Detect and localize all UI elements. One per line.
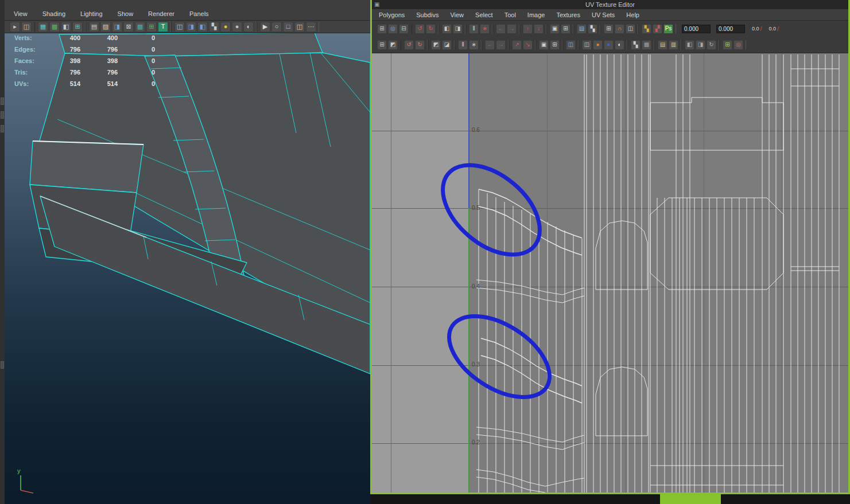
- align-u-max-icon[interactable]: →: [507, 24, 517, 34]
- rotate-angle-cw-button[interactable]: 0.0/: [769, 25, 779, 32]
- rotate-uvs-cw-icon[interactable]: ↻: [426, 24, 436, 34]
- alpha-channel-icon[interactable]: ◐: [615, 40, 624, 50]
- rotate-uvs-ccw-icon[interactable]: ↺: [415, 24, 425, 34]
- shaded-sphere-icon[interactable]: ◐: [243, 22, 254, 32]
- uv-menu-select[interactable]: Select: [475, 11, 493, 18]
- toolbox-partial-icon[interactable]: [1, 361, 4, 369]
- paste-v-icon[interactable]: ◨: [696, 40, 705, 50]
- history-on-icon[interactable]: ▩: [135, 22, 145, 32]
- grid-toggle-icon[interactable]: ⊞: [723, 40, 732, 50]
- relax-uvs-icon[interactable]: ∗: [469, 40, 479, 50]
- uv-snapshot-icon[interactable]: ◎: [733, 40, 743, 50]
- render-view-icon[interactable]: ⊞: [146, 22, 157, 32]
- checker-display-icon[interactable]: ▚: [642, 24, 651, 34]
- texture-borders-icon[interactable]: ▩: [642, 40, 651, 50]
- image-range-icon[interactable]: ◫: [566, 40, 576, 50]
- magnet-snap-icon[interactable]: ∩: [615, 24, 624, 34]
- node-editor-icon[interactable]: ◫: [294, 22, 305, 32]
- viewport-menu-lighting[interactable]: Lighting: [80, 10, 103, 17]
- move-shell-right-icon[interactable]: →: [496, 40, 506, 50]
- snap-to-grid-icon[interactable]: ⊞: [72, 22, 83, 32]
- paint-effects-icon[interactable]: ▚: [209, 22, 219, 32]
- pixel-snap-icon[interactable]: ⊞: [604, 24, 614, 34]
- flip-shell-u-icon[interactable]: ◩: [431, 40, 441, 50]
- snap-together-icon[interactable]: ↗: [512, 40, 522, 50]
- paste-u-icon[interactable]: ◧: [685, 40, 694, 50]
- uv-canvas[interactable]: 0.60.50.40.30.2: [372, 53, 848, 493]
- red-channel-icon[interactable]: ●: [593, 40, 603, 50]
- rotate-shell-cw-icon[interactable]: ↻: [415, 40, 425, 50]
- alpha-display-icon[interactable]: ▞: [653, 24, 662, 34]
- flip-v-icon[interactable]: ◨: [453, 24, 463, 34]
- render-current-icon[interactable]: ◫: [174, 22, 185, 32]
- shell-stack-icon[interactable]: ◫: [582, 40, 592, 50]
- uv-menu-image[interactable]: Image: [527, 11, 545, 18]
- flip-shell-v-icon[interactable]: ◪: [442, 40, 452, 50]
- checker-map-icon[interactable]: ▚: [631, 40, 641, 50]
- v-coordinate-field[interactable]: 0.000: [716, 25, 745, 33]
- snap-to-point-icon[interactable]: ▨: [100, 22, 111, 32]
- viewport-menu-show[interactable]: Show: [118, 10, 134, 17]
- translate-manip-icon[interactable]: □: [283, 22, 293, 32]
- grid-uvs-icon[interactable]: ⊞: [561, 24, 570, 34]
- toolbox-partial-icon[interactable]: [1, 111, 4, 119]
- copy-uvs-icon[interactable]: ▤: [658, 40, 667, 50]
- connections-icon[interactable]: ⋯: [306, 22, 316, 32]
- selection-mode-icon[interactable]: ◫: [21, 22, 32, 32]
- rotate-angle-ccw-button[interactable]: 0.0/: [752, 25, 762, 32]
- snap-stack-icon[interactable]: ↘: [523, 40, 533, 50]
- move-shell-left-icon[interactable]: ←: [485, 40, 495, 50]
- blue-channel-icon[interactable]: ●: [604, 40, 614, 50]
- uv-texture-editor-window[interactable]: ▣ UV Texture Editor PolygonsSubdivsViewS…: [370, 0, 850, 494]
- move-uv-shell-tool-icon[interactable]: ◎: [388, 24, 398, 34]
- viewport-panel[interactable]: ViewShadingLightingShowRendererPanels ▸◫…: [0, 0, 370, 504]
- texture-editor-icon[interactable]: T: [158, 22, 168, 32]
- uv-select-shell-icon[interactable]: ◩: [388, 40, 398, 50]
- uv-menu-subdivs[interactable]: Subdivs: [416, 11, 438, 18]
- snap-to-plane-icon[interactable]: ◨: [112, 22, 122, 32]
- uv-menu-tool[interactable]: Tool: [504, 11, 516, 18]
- toolbox-partial-icon[interactable]: [1, 97, 4, 105]
- render-settings-icon[interactable]: ◧: [197, 22, 208, 32]
- rotate-shell-ccw-icon[interactable]: ↺: [404, 40, 414, 50]
- uv-menu-textures[interactable]: Textures: [556, 11, 580, 18]
- align-v-min-icon[interactable]: ↓: [534, 24, 544, 34]
- cut-uv-edges-icon[interactable]: ‖: [469, 24, 479, 34]
- cycle-uvs-icon[interactable]: ↻: [707, 40, 716, 50]
- uv-smudge-tool-icon[interactable]: ⊞: [377, 40, 387, 50]
- select-by-object-icon[interactable]: ▩: [49, 22, 60, 32]
- history-toggle-icon[interactable]: ▸: [10, 22, 20, 32]
- select-by-component-icon[interactable]: ◧: [61, 22, 71, 32]
- layout-uvs-icon[interactable]: ▣: [550, 24, 560, 34]
- make-live-icon[interactable]: ⊠: [123, 22, 134, 32]
- ipr-render-icon[interactable]: ◨: [186, 22, 196, 32]
- select-tool-icon[interactable]: ▶: [260, 22, 270, 32]
- viewport-menu-view[interactable]: View: [14, 10, 28, 17]
- viewport-menu-shading[interactable]: Shading: [42, 10, 65, 17]
- align-v-max-icon[interactable]: ↑: [523, 24, 533, 34]
- uv-menu-help[interactable]: Help: [626, 11, 639, 18]
- viewport-menu-renderer[interactable]: Renderer: [148, 10, 174, 17]
- uv-lattice-tool-icon[interactable]: ⊞: [377, 24, 387, 34]
- paste-uvs-icon[interactable]: ▥: [669, 40, 678, 50]
- tweak-uv-tool-icon[interactable]: ⊟: [399, 24, 409, 34]
- gray-material-sphere-icon[interactable]: ●: [232, 22, 242, 32]
- unfold-uvs-icon[interactable]: ‖: [458, 40, 468, 50]
- psd-network-icon[interactable]: Ps: [663, 24, 673, 34]
- yellow-material-sphere-icon[interactable]: ●: [220, 22, 231, 32]
- shell-border-icon[interactable]: ◫: [626, 24, 635, 34]
- layout-region-icon[interactable]: ▣: [539, 40, 549, 50]
- snap-to-curve-icon[interactable]: ▤: [89, 22, 99, 32]
- uv-titlebar[interactable]: ▣ UV Texture Editor: [372, 0, 848, 9]
- align-u-min-icon[interactable]: ←: [496, 24, 506, 34]
- viewport-menu-panels[interactable]: Panels: [189, 10, 209, 17]
- u-coordinate-field[interactable]: 0.000: [682, 25, 711, 33]
- toolbox-partial-icon[interactable]: [1, 125, 4, 132]
- uv-menu-view[interactable]: View: [450, 11, 464, 18]
- sew-uv-edges-icon[interactable]: ∗: [480, 24, 490, 34]
- dither-image-icon[interactable]: ▚: [588, 24, 597, 34]
- uv-menu-polygons[interactable]: Polygons: [379, 11, 405, 18]
- display-image-icon[interactable]: ▤: [577, 24, 587, 34]
- uv-menu-uv-sets[interactable]: UV Sets: [592, 11, 615, 18]
- lasso-tool-icon[interactable]: ○: [271, 22, 282, 32]
